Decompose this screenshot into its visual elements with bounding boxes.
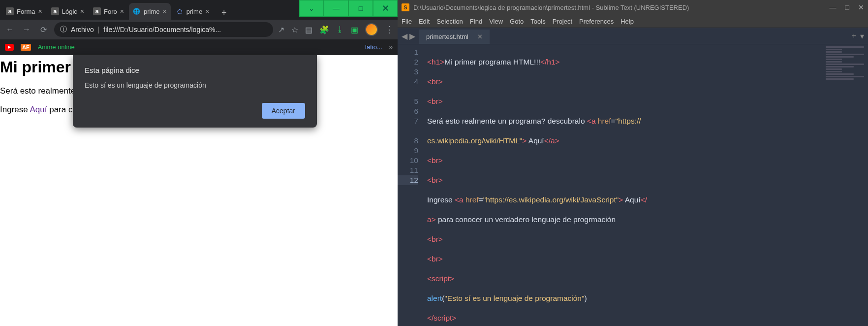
os-window-controls: ⌄ — □ ✕ bbox=[299, 0, 398, 17]
link-aqui-2[interactable]: Aquí bbox=[30, 105, 47, 114]
sublime-window: S D:\Usuario\Documents\logica de program… bbox=[398, 0, 868, 326]
os-maximize-button[interactable]: □ bbox=[348, 0, 373, 17]
browser-tab-logic[interactable]: aLógic× bbox=[47, 3, 88, 20]
line-number-gutter: 1 2 3 4 5 6 7 8 9 10 11 12 bbox=[398, 44, 423, 326]
favicon-a-icon: a bbox=[51, 7, 59, 15]
extensions-icon[interactable]: 🧩 bbox=[319, 25, 329, 34]
address-bar: ← → ⟳ ⓘ Archivo | file:///D:/Usuario/Doc… bbox=[0, 20, 398, 39]
sublime-minimize-button[interactable]: — bbox=[830, 3, 837, 11]
menu-project[interactable]: Project bbox=[553, 18, 572, 25]
close-tab-icon[interactable]: × bbox=[205, 7, 209, 15]
close-tab-icon[interactable]: × bbox=[80, 7, 84, 15]
browser-tab-prime-active[interactable]: 🌐prime× bbox=[129, 3, 171, 20]
code-editor[interactable]: 1 2 3 4 5 6 7 8 9 10 11 12 <h1>Mi primer… bbox=[398, 44, 868, 326]
menu-goto[interactable]: Goto bbox=[510, 18, 524, 25]
close-tab-icon[interactable]: × bbox=[120, 7, 124, 15]
youtube-icon: ▶ bbox=[5, 44, 14, 51]
site-info-icon[interactable]: ⓘ bbox=[60, 25, 67, 34]
browser-tab-prime-loading[interactable]: ◌prime× bbox=[172, 3, 214, 20]
dialog-accept-button[interactable]: Aceptar bbox=[262, 103, 305, 119]
bookmark-latio[interactable]: latio... bbox=[365, 43, 382, 51]
sublime-tab-bar: ◀ ▶ primertest.html ✕ + ▾ bbox=[398, 28, 868, 44]
os-minimize-button[interactable]: — bbox=[324, 0, 348, 17]
tab-filename: primertest.html bbox=[426, 33, 468, 40]
os-close-button[interactable]: ✕ bbox=[373, 0, 398, 17]
browser-tab-forma[interactable]: aForma× bbox=[2, 3, 46, 20]
profile-avatar[interactable] bbox=[365, 23, 378, 36]
menu-tools[interactable]: Tools bbox=[530, 18, 545, 25]
os-dropdown-button[interactable]: ⌄ bbox=[299, 0, 324, 17]
reload-button[interactable]: ⟳ bbox=[37, 25, 49, 34]
address-bar-actions: ↗ ☆ ▤ 🧩 ⭳ ▣ ⋮ bbox=[278, 23, 394, 36]
forward-button[interactable]: → bbox=[21, 25, 32, 34]
bookmark-youtube[interactable]: ▶ bbox=[5, 44, 14, 51]
tab-close-icon[interactable]: ✕ bbox=[477, 33, 483, 40]
new-tab-button[interactable]: + bbox=[217, 6, 231, 20]
download-icon[interactable]: ⭳ bbox=[336, 25, 344, 34]
menu-selection[interactable]: Selection bbox=[436, 18, 463, 25]
star-icon[interactable]: ☆ bbox=[291, 25, 298, 34]
reader-icon[interactable]: ▤ bbox=[305, 25, 312, 34]
menu-file[interactable]: File bbox=[402, 18, 412, 25]
favicon-a-icon: a bbox=[6, 7, 14, 15]
tab-history-arrows: ◀ ▶ bbox=[402, 32, 415, 41]
menu-preferences[interactable]: Preferences bbox=[579, 18, 614, 25]
favicon-a-icon: a bbox=[93, 7, 101, 15]
share-icon[interactable]: ↗ bbox=[278, 25, 284, 34]
menu-find[interactable]: Find bbox=[470, 18, 482, 25]
af-icon: AF bbox=[21, 44, 31, 51]
back-button[interactable]: ← bbox=[4, 25, 16, 34]
bookmark-anime-online[interactable]: Anime online bbox=[38, 43, 75, 51]
bookmarks-overflow-icon[interactable]: » bbox=[389, 43, 393, 51]
sublime-maximize-button[interactable]: □ bbox=[845, 3, 849, 11]
chrome-menu-icon[interactable]: ⋮ bbox=[385, 24, 394, 35]
tab-dropdown-icon[interactable]: ▾ bbox=[860, 32, 864, 41]
favicon-globe-icon: 🌐 bbox=[133, 7, 141, 15]
code-area[interactable]: <h1>Mi primer programa HTML!!!</h1> <br>… bbox=[423, 44, 868, 326]
favicon-spinner-icon: ◌ bbox=[176, 7, 184, 15]
bookmark-af[interactable]: AF bbox=[21, 44, 31, 51]
new-tab-icon[interactable]: + bbox=[852, 32, 856, 41]
sublime-menu-bar: File Edit Selection Find View Goto Tools… bbox=[398, 15, 868, 28]
tab-forward-icon[interactable]: ▶ bbox=[409, 32, 415, 41]
tab-back-icon[interactable]: ◀ bbox=[402, 32, 407, 41]
menu-edit[interactable]: Edit bbox=[419, 18, 430, 25]
url-input[interactable]: ⓘ Archivo | file:///D:/Usuario/Documents… bbox=[54, 22, 273, 37]
menu-help[interactable]: Help bbox=[620, 18, 634, 25]
sublime-logo-icon: S bbox=[402, 3, 409, 11]
sublime-window-controls: — □ ✕ bbox=[830, 3, 864, 11]
url-scheme-label: Archivo bbox=[71, 26, 94, 33]
close-tab-icon[interactable]: × bbox=[162, 7, 166, 15]
sublime-file-tab[interactable]: primertest.html ✕ bbox=[419, 30, 490, 44]
app-icon[interactable]: ▣ bbox=[351, 25, 358, 34]
page-viewport: Mi primer Será esto realmente un program… bbox=[0, 55, 398, 326]
close-tab-icon[interactable]: × bbox=[38, 7, 42, 15]
url-path: file:///D:/Usuario/Documents/logica%... bbox=[103, 26, 221, 33]
url-separator: | bbox=[98, 26, 100, 33]
dialog-message: Esto sí es un lenguaje de programación bbox=[85, 81, 305, 89]
tab-bar-actions: + ▾ bbox=[852, 32, 864, 41]
sublime-close-button[interactable]: ✕ bbox=[858, 3, 864, 11]
browser-window: ⌄ — □ ✕ aForma× aLógic× aForo× 🌐prime× ◌… bbox=[0, 0, 398, 326]
js-alert-dialog: Esta página dice Esto sí es un lenguaje … bbox=[73, 55, 317, 128]
dialog-title: Esta página dice bbox=[85, 66, 305, 74]
minimap[interactable] bbox=[824, 44, 868, 326]
bookmarks-bar: ▶ AF Anime online latio... » bbox=[0, 39, 398, 55]
browser-tab-foro[interactable]: aForo× bbox=[89, 3, 128, 20]
sublime-titlebar: S D:\Usuario\Documents\logica de program… bbox=[398, 0, 868, 15]
menu-view[interactable]: View bbox=[489, 18, 503, 25]
sublime-title-text: D:\Usuario\Documents\logica de programac… bbox=[413, 4, 826, 11]
